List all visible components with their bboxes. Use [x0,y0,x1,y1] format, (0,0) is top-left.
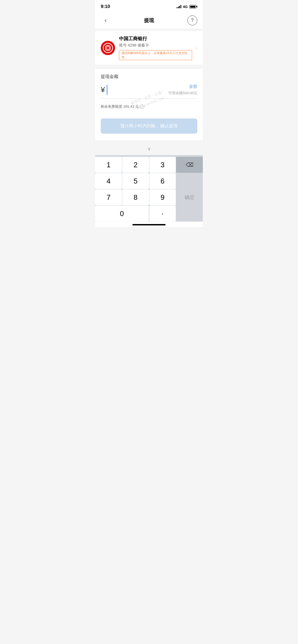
bank-promo: 成功到账500元及以上，立享最高15元工行支付红包 [119,50,192,60]
bank-name: 中国工商银行 [119,36,192,42]
help-icon: ? [191,18,194,23]
all-button[interactable]: 全部 [168,84,197,89]
bank-card-section[interactable]: 中国工商银行 尾号 4298 储蓄卡 成功到账500元及以上，立享最高15元工行… [95,31,203,64]
yuan-symbol: ¥ [101,85,105,94]
keyboard-toggle[interactable]: ∨ [95,142,203,155]
key-7[interactable]: 7 [95,189,122,205]
key-4[interactable]: 4 [95,173,122,189]
svg-rect-2 [107,47,109,49]
help-button[interactable]: ? [187,15,197,25]
amount-input-row[interactable]: ¥ 全部 可用余额500.00元 [101,84,197,99]
arrow-icon: › [196,45,197,50]
key-3[interactable]: 3 [149,157,176,173]
key-confirm-empty [176,173,203,189]
keyboard-row-1: 1 2 3 ⌫ [95,157,203,173]
key-confirm[interactable]: 确定 [176,189,203,205]
back-button[interactable]: ‹ [101,15,111,25]
key-2[interactable]: 2 [122,157,149,173]
bank-logo-svg [103,43,113,53]
key-1[interactable]: 1 [95,157,122,173]
key-delete[interactable]: ⌫ [176,157,203,173]
text-cursor [107,85,107,95]
info-icon[interactable]: i [140,104,144,109]
network-label: 4G [183,5,188,9]
keyboard-row-3: 7 8 9 确定 [95,189,203,205]
navbar: ‹ 提现 ? [95,12,203,29]
key-9[interactable]: 9 [149,189,176,205]
available-balance: 可用余额500.00元 [168,91,197,95]
status-bar: 9:10 4G [95,0,203,12]
home-indicator [95,222,203,227]
divider-1 [95,64,203,67]
battery-icon [189,5,197,9]
key-0[interactable]: 0 [95,206,149,222]
key-confirm-empty-2 [176,206,203,222]
delete-icon: ⌫ [186,161,193,168]
amount-right: 全部 可用余额500.00元 [168,84,197,96]
free-quota-row: 剩余免费额度 165.43 元 i [101,101,197,114]
keyboard-row-4: 0 · [95,206,203,222]
free-quota-text: 剩余免费额度 165.43 元 [101,104,139,109]
home-bar [132,224,166,225]
amount-section-title: 提现金额 [101,74,197,80]
key-5[interactable]: 5 [122,173,149,189]
signal-icon [177,5,181,8]
key-6[interactable]: 6 [149,173,176,189]
amount-input-left: ¥ [101,85,168,95]
key-8[interactable]: 8 [122,189,149,205]
key-dot[interactable]: · [149,206,176,222]
status-icons: 4G [177,5,197,9]
bank-card-info: 尾号 4298 储蓄卡 [119,43,192,48]
bank-info: 中国工商银行 尾号 4298 储蓄卡 成功到账500元及以上，立享最高15元工行… [119,36,192,60]
bank-logo [101,41,115,55]
divider-2 [95,140,203,142]
chevron-down-icon: ∨ [147,146,151,152]
numeric-keyboard: 1 2 3 ⌫ 4 5 6 7 8 9 确定 0 · [95,155,203,222]
keyboard-row-2: 4 5 6 [95,173,203,189]
amount-section: 提现金额 ¥ 全部 可用余额500.00元 剩余免费额度 165.43 元 i [95,69,203,114]
svg-point-0 [103,43,113,53]
confirm-section: 预计两小时内到账，确认提现 [95,114,203,140]
page-title: 提现 [144,17,154,24]
status-time: 9:10 [101,4,110,9]
confirm-button[interactable]: 预计两小时内到账，确认提现 [101,118,197,134]
